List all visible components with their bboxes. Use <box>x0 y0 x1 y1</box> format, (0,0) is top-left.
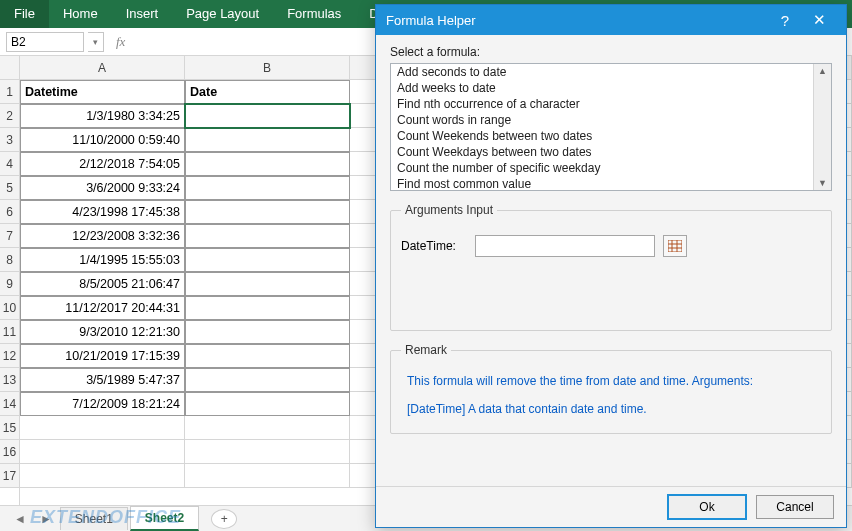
remark-fieldset: Remark This formula will remove the time… <box>390 343 832 434</box>
row-header[interactable]: 6 <box>0 200 19 224</box>
scroll-down-icon[interactable]: ▼ <box>818 178 827 188</box>
cell[interactable]: 12/23/2008 3:32:36 <box>20 224 185 248</box>
cell[interactable] <box>185 176 350 200</box>
row-header[interactable]: 9 <box>0 272 19 296</box>
scroll-up-icon[interactable]: ▲ <box>818 66 827 76</box>
cell[interactable]: 9/3/2010 12:21:30 <box>20 320 185 344</box>
cell[interactable] <box>185 440 350 464</box>
cell[interactable] <box>185 128 350 152</box>
dialog-title: Formula Helper <box>386 13 476 28</box>
arguments-fieldset: Arguments Input DateTime: <box>390 203 832 331</box>
col-header-a[interactable]: A <box>20 56 185 80</box>
list-item[interactable]: Count words in range <box>391 112 831 128</box>
name-box-dropdown[interactable]: ▾ <box>88 32 104 52</box>
cell[interactable] <box>185 248 350 272</box>
list-item[interactable]: Add seconds to date <box>391 64 831 80</box>
formula-helper-dialog: Formula Helper ? ✕ Select a formula: Add… <box>375 4 847 528</box>
row-header[interactable]: 3 <box>0 128 19 152</box>
ribbon-tab-home[interactable]: Home <box>49 0 112 28</box>
sheet-nav-prev-icon[interactable]: ◄ <box>8 512 32 526</box>
select-all-corner[interactable] <box>0 56 19 80</box>
cell[interactable]: 8/5/2005 21:06:47 <box>20 272 185 296</box>
grid-icon <box>668 240 682 252</box>
cell[interactable]: 11/12/2017 20:44:31 <box>20 296 185 320</box>
cell[interactable]: Datetime <box>20 80 185 104</box>
row-header[interactable]: 17 <box>0 464 19 488</box>
row-header[interactable]: 4 <box>0 152 19 176</box>
formula-listbox[interactable]: Add seconds to date Add weeks to date Fi… <box>390 63 832 191</box>
row-header[interactable]: 13 <box>0 368 19 392</box>
fx-label[interactable]: fx <box>116 34 125 50</box>
range-picker-button[interactable] <box>663 235 687 257</box>
cell[interactable]: 10/21/2019 17:15:39 <box>20 344 185 368</box>
ribbon-tab-formulas[interactable]: Formulas <box>273 0 355 28</box>
cell[interactable]: 11/10/2000 0:59:40 <box>20 128 185 152</box>
row-headers: 1 2 3 4 5 6 7 8 9 10 11 12 13 14 15 16 1… <box>0 56 20 505</box>
select-formula-label: Select a formula: <box>390 45 832 59</box>
cell[interactable] <box>185 272 350 296</box>
cell[interactable] <box>185 320 350 344</box>
cancel-button[interactable]: Cancel <box>756 495 834 519</box>
list-item[interactable]: Count Weekdays between two dates <box>391 144 831 160</box>
row-header[interactable]: 5 <box>0 176 19 200</box>
datetime-arg-input[interactable] <box>475 235 655 257</box>
row-header[interactable]: 16 <box>0 440 19 464</box>
sheet-tab-add[interactable]: + <box>211 509 237 529</box>
cell[interactable] <box>185 344 350 368</box>
row-header[interactable]: 2 <box>0 104 19 128</box>
row-header[interactable]: 11 <box>0 320 19 344</box>
list-item[interactable]: Find nth occurrence of a character <box>391 96 831 112</box>
cell[interactable] <box>185 296 350 320</box>
row-header[interactable]: 8 <box>0 248 19 272</box>
ok-button[interactable]: Ok <box>668 495 746 519</box>
cell[interactable]: 3/6/2000 9:33:24 <box>20 176 185 200</box>
ribbon-tab-insert[interactable]: Insert <box>112 0 173 28</box>
cell[interactable] <box>20 464 185 488</box>
watermark: EXTENDOFFICE <box>30 507 181 528</box>
list-item[interactable]: Count Weekends between two dates <box>391 128 831 144</box>
name-box[interactable] <box>6 32 84 52</box>
remark-line: This formula will remove the time from d… <box>401 367 821 395</box>
cell[interactable] <box>20 416 185 440</box>
cell[interactable] <box>20 440 185 464</box>
cell[interactable] <box>185 368 350 392</box>
ribbon-tab-file[interactable]: File <box>0 0 49 28</box>
cell[interactable] <box>185 464 350 488</box>
cell[interactable]: 7/12/2009 18:21:24 <box>20 392 185 416</box>
col-header-b[interactable]: B <box>185 56 350 80</box>
cell[interactable] <box>185 200 350 224</box>
row-header[interactable]: 7 <box>0 224 19 248</box>
dialog-titlebar[interactable]: Formula Helper ? ✕ <box>376 5 846 35</box>
dialog-footer: Ok Cancel <box>376 486 846 527</box>
ribbon-tab-page-layout[interactable]: Page Layout <box>172 0 273 28</box>
datetime-arg-label: DateTime: <box>401 239 467 253</box>
row-header[interactable]: 14 <box>0 392 19 416</box>
remark-line: [DateTime] A data that contain date and … <box>401 395 821 423</box>
arguments-legend: Arguments Input <box>401 203 497 217</box>
listbox-scrollbar[interactable]: ▲ ▼ <box>813 64 831 190</box>
cell[interactable]: 1/4/1995 15:55:03 <box>20 248 185 272</box>
cell[interactable] <box>185 224 350 248</box>
remark-legend: Remark <box>401 343 451 357</box>
cell[interactable]: 3/5/1989 5:47:37 <box>20 368 185 392</box>
row-header[interactable]: 15 <box>0 416 19 440</box>
cell[interactable]: Date <box>185 80 350 104</box>
cell[interactable] <box>185 392 350 416</box>
cell[interactable]: 2/12/2018 7:54:05 <box>20 152 185 176</box>
cell[interactable]: 1/3/1980 3:34:25 <box>20 104 185 128</box>
row-header[interactable]: 10 <box>0 296 19 320</box>
list-item[interactable]: Add weeks to date <box>391 80 831 96</box>
cell[interactable] <box>185 416 350 440</box>
row-header[interactable]: 1 <box>0 80 19 104</box>
dialog-close-button[interactable]: ✕ <box>802 11 836 29</box>
row-header[interactable]: 12 <box>0 344 19 368</box>
dialog-help-button[interactable]: ? <box>768 12 802 29</box>
list-item[interactable]: Find most common value <box>391 176 831 191</box>
svg-rect-0 <box>668 240 682 252</box>
cell[interactable] <box>185 152 350 176</box>
cell[interactable]: 4/23/1998 17:45:38 <box>20 200 185 224</box>
cell-selected[interactable] <box>185 104 350 128</box>
list-item[interactable]: Count the number of specific weekday <box>391 160 831 176</box>
